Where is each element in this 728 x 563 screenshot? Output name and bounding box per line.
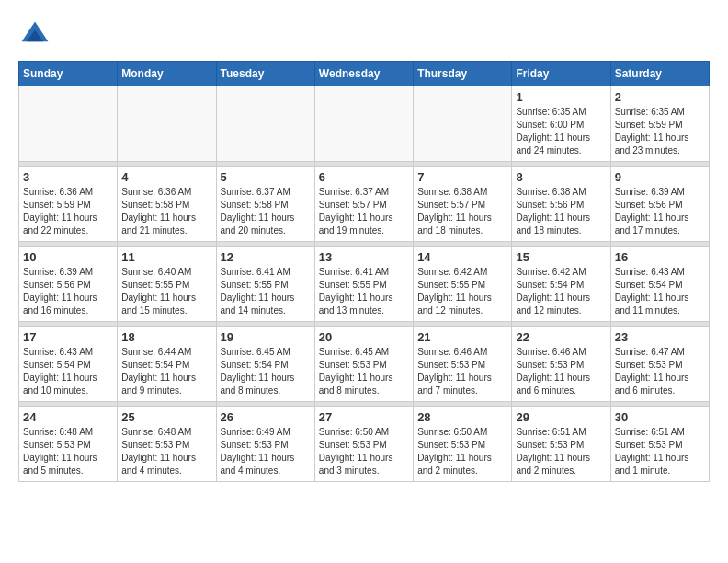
day-number: 20 xyxy=(319,330,409,344)
calendar-cell xyxy=(19,86,118,162)
calendar-cell: 5Sunrise: 6:37 AMSunset: 5:58 PMDaylight… xyxy=(216,167,314,242)
day-number: 21 xyxy=(417,330,507,344)
day-number: 19 xyxy=(221,330,311,344)
day-info: Sunrise: 6:51 AMSunset: 5:53 PMDaylight:… xyxy=(516,426,606,477)
day-info: Sunrise: 6:46 AMSunset: 5:53 PMDaylight:… xyxy=(516,346,606,397)
calendar-cell: 6Sunrise: 6:37 AMSunset: 5:57 PMDaylight… xyxy=(314,167,413,242)
calendar-cell: 3Sunrise: 6:36 AMSunset: 5:59 PMDaylight… xyxy=(19,167,118,242)
calendar-cell: 23Sunrise: 6:47 AMSunset: 5:53 PMDayligh… xyxy=(610,327,709,402)
calendar-cell: 27Sunrise: 6:50 AMSunset: 5:53 PMDayligh… xyxy=(314,407,413,482)
day-number: 14 xyxy=(417,250,507,264)
day-info: Sunrise: 6:46 AMSunset: 5:53 PMDaylight:… xyxy=(417,346,507,397)
calendar-cell: 17Sunrise: 6:43 AMSunset: 5:54 PMDayligh… xyxy=(19,327,118,402)
day-info: Sunrise: 6:43 AMSunset: 5:54 PMDaylight:… xyxy=(23,346,113,397)
day-number: 8 xyxy=(516,170,606,184)
day-info: Sunrise: 6:44 AMSunset: 5:54 PMDaylight:… xyxy=(121,346,211,397)
calendar-cell: 26Sunrise: 6:49 AMSunset: 5:53 PMDayligh… xyxy=(216,407,314,482)
calendar-cell: 28Sunrise: 6:50 AMSunset: 5:53 PMDayligh… xyxy=(414,407,512,482)
weekday-header: Saturday xyxy=(610,62,709,86)
week-row: 24Sunrise: 6:48 AMSunset: 5:53 PMDayligh… xyxy=(19,407,710,482)
day-info: Sunrise: 6:36 AMSunset: 5:59 PMDaylight:… xyxy=(23,186,113,237)
day-info: Sunrise: 6:42 AMSunset: 5:54 PMDaylight:… xyxy=(516,266,606,317)
weekday-header: Wednesday xyxy=(314,62,413,86)
calendar-cell: 15Sunrise: 6:42 AMSunset: 5:54 PMDayligh… xyxy=(512,247,610,322)
day-info: Sunrise: 6:48 AMSunset: 5:53 PMDaylight:… xyxy=(121,426,211,477)
weekday-header: Friday xyxy=(512,62,610,86)
week-row: 17Sunrise: 6:43 AMSunset: 5:54 PMDayligh… xyxy=(19,327,710,402)
logo-icon xyxy=(18,18,51,52)
day-number: 10 xyxy=(23,250,113,264)
day-number: 3 xyxy=(23,170,113,184)
day-info: Sunrise: 6:38 AMSunset: 5:56 PMDaylight:… xyxy=(516,186,606,237)
calendar-cell: 21Sunrise: 6:46 AMSunset: 5:53 PMDayligh… xyxy=(414,327,512,402)
day-number: 24 xyxy=(23,410,113,424)
day-info: Sunrise: 6:42 AMSunset: 5:55 PMDaylight:… xyxy=(417,266,507,317)
day-info: Sunrise: 6:50 AMSunset: 5:53 PMDaylight:… xyxy=(319,426,409,477)
week-row: 1Sunrise: 6:35 AMSunset: 6:00 PMDaylight… xyxy=(19,86,710,162)
day-info: Sunrise: 6:38 AMSunset: 5:57 PMDaylight:… xyxy=(417,186,507,237)
calendar-cell xyxy=(414,86,512,162)
day-number: 17 xyxy=(23,330,113,344)
day-number: 16 xyxy=(615,250,705,264)
day-number: 18 xyxy=(121,330,211,344)
day-info: Sunrise: 6:36 AMSunset: 5:58 PMDaylight:… xyxy=(121,186,211,237)
day-info: Sunrise: 6:45 AMSunset: 5:54 PMDaylight:… xyxy=(221,346,311,397)
calendar-cell: 29Sunrise: 6:51 AMSunset: 5:53 PMDayligh… xyxy=(512,407,610,482)
calendar-cell: 1Sunrise: 6:35 AMSunset: 6:00 PMDaylight… xyxy=(512,86,610,162)
day-number: 11 xyxy=(121,250,211,264)
day-info: Sunrise: 6:48 AMSunset: 5:53 PMDaylight:… xyxy=(23,426,113,477)
week-row: 3Sunrise: 6:36 AMSunset: 5:59 PMDaylight… xyxy=(19,167,710,242)
day-info: Sunrise: 6:39 AMSunset: 5:56 PMDaylight:… xyxy=(23,266,113,317)
calendar-cell: 11Sunrise: 6:40 AMSunset: 5:55 PMDayligh… xyxy=(118,247,216,322)
day-number: 1 xyxy=(516,90,606,104)
calendar-cell: 18Sunrise: 6:44 AMSunset: 5:54 PMDayligh… xyxy=(118,327,216,402)
day-info: Sunrise: 6:35 AMSunset: 6:00 PMDaylight:… xyxy=(516,106,606,157)
calendar-cell: 19Sunrise: 6:45 AMSunset: 5:54 PMDayligh… xyxy=(216,327,314,402)
week-row: 10Sunrise: 6:39 AMSunset: 5:56 PMDayligh… xyxy=(19,247,710,322)
calendar-cell xyxy=(118,86,216,162)
day-number: 7 xyxy=(417,170,507,184)
calendar-cell: 20Sunrise: 6:45 AMSunset: 5:53 PMDayligh… xyxy=(314,327,413,402)
weekday-header: Sunday xyxy=(19,62,118,86)
calendar-cell: 25Sunrise: 6:48 AMSunset: 5:53 PMDayligh… xyxy=(118,407,216,482)
day-number: 22 xyxy=(516,330,606,344)
page-header xyxy=(18,18,710,52)
day-info: Sunrise: 6:37 AMSunset: 5:58 PMDaylight:… xyxy=(221,186,311,237)
day-number: 6 xyxy=(319,170,409,184)
day-number: 2 xyxy=(615,90,705,104)
weekday-header: Monday xyxy=(118,62,216,86)
day-number: 12 xyxy=(221,250,311,264)
calendar-cell: 2Sunrise: 6:35 AMSunset: 5:59 PMDaylight… xyxy=(610,86,709,162)
day-number: 28 xyxy=(417,410,507,424)
weekday-header: Thursday xyxy=(414,62,512,86)
calendar-cell: 8Sunrise: 6:38 AMSunset: 5:56 PMDaylight… xyxy=(512,167,610,242)
day-info: Sunrise: 6:43 AMSunset: 5:54 PMDaylight:… xyxy=(615,266,705,317)
calendar-cell: 13Sunrise: 6:41 AMSunset: 5:55 PMDayligh… xyxy=(314,247,413,322)
day-number: 9 xyxy=(615,170,705,184)
day-number: 13 xyxy=(319,250,409,264)
day-number: 23 xyxy=(615,330,705,344)
calendar-cell xyxy=(216,86,314,162)
day-info: Sunrise: 6:41 AMSunset: 5:55 PMDaylight:… xyxy=(221,266,311,317)
day-info: Sunrise: 6:45 AMSunset: 5:53 PMDaylight:… xyxy=(319,346,409,397)
day-info: Sunrise: 6:39 AMSunset: 5:56 PMDaylight:… xyxy=(615,186,705,237)
day-info: Sunrise: 6:47 AMSunset: 5:53 PMDaylight:… xyxy=(615,346,705,397)
weekday-header: Tuesday xyxy=(216,62,314,86)
calendar-cell: 22Sunrise: 6:46 AMSunset: 5:53 PMDayligh… xyxy=(512,327,610,402)
day-info: Sunrise: 6:51 AMSunset: 5:53 PMDaylight:… xyxy=(615,426,705,477)
day-info: Sunrise: 6:35 AMSunset: 5:59 PMDaylight:… xyxy=(615,106,705,157)
day-info: Sunrise: 6:49 AMSunset: 5:53 PMDaylight:… xyxy=(221,426,311,477)
day-number: 27 xyxy=(319,410,409,424)
logo xyxy=(18,18,57,52)
day-info: Sunrise: 6:50 AMSunset: 5:53 PMDaylight:… xyxy=(417,426,507,477)
calendar-cell: 10Sunrise: 6:39 AMSunset: 5:56 PMDayligh… xyxy=(19,247,118,322)
calendar-header-row: SundayMondayTuesdayWednesdayThursdayFrid… xyxy=(19,62,710,86)
calendar-cell xyxy=(314,86,413,162)
day-number: 25 xyxy=(121,410,211,424)
day-info: Sunrise: 6:40 AMSunset: 5:55 PMDaylight:… xyxy=(121,266,211,317)
day-number: 4 xyxy=(121,170,211,184)
day-number: 30 xyxy=(615,410,705,424)
calendar-cell: 12Sunrise: 6:41 AMSunset: 5:55 PMDayligh… xyxy=(216,247,314,322)
calendar-cell: 9Sunrise: 6:39 AMSunset: 5:56 PMDaylight… xyxy=(610,167,709,242)
day-info: Sunrise: 6:41 AMSunset: 5:55 PMDaylight:… xyxy=(319,266,409,317)
